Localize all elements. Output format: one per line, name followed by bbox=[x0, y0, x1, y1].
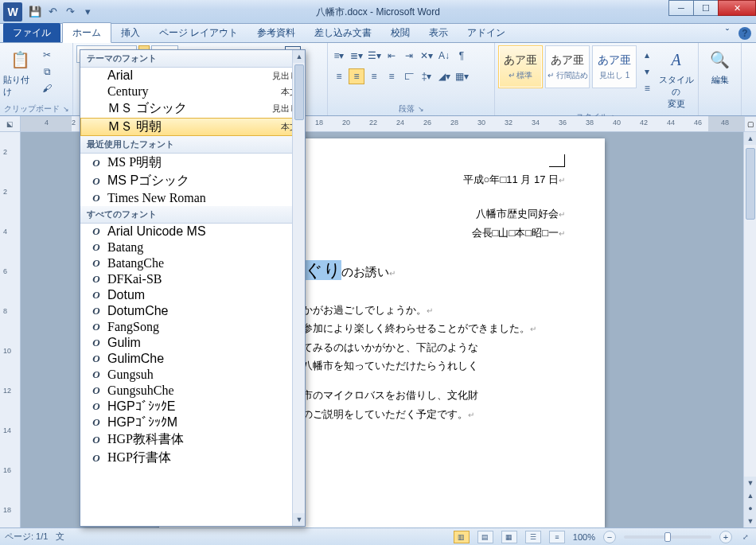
save-icon[interactable]: 💾 bbox=[27, 4, 43, 20]
numbering-icon[interactable]: ≣▾ bbox=[349, 48, 364, 64]
window-title: 八幡市.docx - Microsoft Word bbox=[0, 6, 756, 19]
tab-insert[interactable]: 挿入 bbox=[111, 23, 150, 42]
shading-icon[interactable]: ◢▾ bbox=[436, 68, 452, 84]
font-option[interactable]: OArial Unicode MS bbox=[80, 224, 305, 239]
multilevel-icon[interactable]: ☰▾ bbox=[366, 48, 382, 64]
tab-file[interactable]: ファイル bbox=[3, 23, 60, 42]
font-scroll-up-icon[interactable]: ▲ bbox=[293, 50, 306, 63]
font-option[interactable]: ＭＳ 明朝本文 bbox=[80, 118, 305, 136]
font-option[interactable]: OTimes New Roman bbox=[80, 190, 305, 206]
show-marks-icon[interactable]: ¶ bbox=[454, 48, 470, 64]
increase-indent-icon[interactable]: ⇥ bbox=[401, 48, 417, 64]
copy-icon[interactable]: ⧉ bbox=[39, 64, 55, 80]
tab-view[interactable]: 表示 bbox=[419, 23, 458, 42]
cut-icon[interactable]: ✂ bbox=[39, 47, 55, 63]
font-option[interactable]: ODotum bbox=[80, 287, 305, 303]
close-button[interactable]: ✕ bbox=[718, 0, 756, 16]
status-page[interactable]: ページ: 1/1 bbox=[5, 531, 48, 543]
font-option[interactable]: OFangSong bbox=[80, 319, 305, 335]
view-print-layout-icon[interactable]: ▥ bbox=[454, 531, 470, 543]
scroll-thumb[interactable] bbox=[746, 148, 755, 220]
font-option[interactable]: OMS P明朝 bbox=[80, 154, 305, 172]
paste-button[interactable]: 📋 貼り付け bbox=[3, 45, 37, 98]
ruler-corner[interactable]: ⬕ bbox=[0, 116, 21, 132]
decrease-indent-icon[interactable]: ⇤ bbox=[384, 48, 399, 64]
bullets-icon[interactable]: ≡▾ bbox=[331, 48, 347, 64]
scroll-down-icon[interactable]: ▼ bbox=[744, 477, 756, 489]
minimize-ribbon-icon[interactable]: ˇ bbox=[721, 27, 734, 40]
align-right-icon[interactable]: ≡ bbox=[366, 68, 382, 84]
zoom-knob[interactable] bbox=[664, 532, 671, 542]
sort-icon[interactable]: A↓ bbox=[436, 48, 452, 64]
font-scroll-down-icon[interactable]: ▼ bbox=[293, 513, 306, 526]
font-option[interactable]: OGungsuh bbox=[80, 367, 305, 383]
style-heading1[interactable]: あア亜 見出し 1 bbox=[592, 45, 637, 88]
styles-down-icon[interactable]: ▾ bbox=[639, 64, 655, 80]
view-fullscreen-icon[interactable]: ▤ bbox=[477, 531, 493, 543]
maximize-button[interactable]: ☐ bbox=[693, 0, 719, 16]
font-option[interactable]: OBatangChe bbox=[80, 255, 305, 271]
view-web-icon[interactable]: ▦ bbox=[501, 531, 517, 543]
font-option[interactable]: ＭＳ ゴシック見出し bbox=[80, 99, 305, 118]
font-option[interactable]: OHGP教科書体 bbox=[80, 430, 305, 449]
zoom-in-icon[interactable]: + bbox=[719, 531, 732, 543]
font-option[interactable]: OHGP行書体 bbox=[80, 449, 305, 467]
font-dropdown-scrollbar[interactable]: ▲ ▼ bbox=[292, 50, 305, 526]
zoom-fit-icon[interactable]: ⤢ bbox=[740, 531, 751, 543]
vertical-scrollbar[interactable]: ▢ ▲ ▼ ▲ ● ▼ bbox=[743, 132, 756, 527]
tab-page-layout[interactable]: ページ レイアウト bbox=[150, 23, 247, 42]
align-center-icon[interactable]: ≡ bbox=[349, 68, 364, 84]
style-normal[interactable]: あア亜 ↵ 標準 bbox=[498, 45, 543, 88]
undo-icon[interactable]: ↶ bbox=[45, 4, 60, 20]
font-option[interactable]: ODFKai-SB bbox=[80, 271, 305, 287]
asian-layout-icon[interactable]: ✕▾ bbox=[419, 48, 435, 64]
scroll-up-icon[interactable]: ▲ bbox=[744, 132, 756, 145]
browse-object-icon[interactable]: ● bbox=[744, 502, 756, 515]
font-option[interactable]: OMS Pゴシック bbox=[80, 172, 305, 190]
find-button[interactable]: 🔍 編集 bbox=[703, 45, 738, 86]
change-styles-button[interactable]: A スタイルの 変更 bbox=[657, 45, 695, 110]
zoom-level[interactable]: 100% bbox=[573, 532, 595, 542]
ruler-toggle-icon[interactable]: ▢ bbox=[744, 116, 756, 132]
tab-mailings[interactable]: 差し込み文書 bbox=[305, 23, 381, 42]
justify-icon[interactable]: ≡ bbox=[384, 68, 399, 84]
styles-up-icon[interactable]: ▴ bbox=[639, 47, 655, 63]
doc-org: 八幡市歴史同好会 bbox=[476, 208, 559, 220]
align-left-icon[interactable]: ≡ bbox=[331, 68, 347, 84]
status-wordcount[interactable]: 文 bbox=[56, 531, 64, 543]
vertical-ruler[interactable]: 224681012141618 bbox=[0, 132, 21, 527]
ruler-tick-label: 40 bbox=[613, 119, 621, 127]
font-option[interactable]: OBatang bbox=[80, 239, 305, 255]
font-option[interactable]: OGulimChe bbox=[80, 351, 305, 367]
style-no-spacing[interactable]: あア亜 ↵ 行間詰め bbox=[545, 45, 590, 88]
font-option[interactable]: OHGPｺﾞｼｯｸE bbox=[80, 399, 305, 415]
tab-review[interactable]: 校閲 bbox=[381, 23, 419, 42]
prev-page-icon[interactable]: ▲ bbox=[744, 489, 756, 502]
help-icon[interactable]: ? bbox=[738, 27, 751, 40]
line-spacing-icon[interactable]: ‡▾ bbox=[419, 68, 435, 84]
font-option[interactable]: Century本文 bbox=[80, 84, 305, 99]
tab-home[interactable]: ホーム bbox=[62, 22, 111, 43]
distribute-icon[interactable]: ⫍ bbox=[401, 68, 417, 84]
styles-more-icon[interactable]: ≡ bbox=[639, 80, 655, 96]
view-outline-icon[interactable]: ☰ bbox=[525, 531, 541, 543]
font-scroll-thumb[interactable] bbox=[294, 64, 304, 120]
zoom-out-icon[interactable]: − bbox=[603, 531, 616, 543]
clipboard-launcher-icon[interactable]: ↘ bbox=[63, 105, 69, 113]
font-option[interactable]: OGungsuhChe bbox=[80, 383, 305, 399]
paragraph-launcher-icon[interactable]: ↘ bbox=[418, 105, 424, 113]
next-page-icon[interactable]: ▼ bbox=[744, 515, 756, 527]
font-option[interactable]: OGulim bbox=[80, 335, 305, 351]
font-option[interactable]: Arial見出し bbox=[80, 68, 305, 84]
zoom-slider[interactable] bbox=[624, 535, 711, 539]
tab-references[interactable]: 参考資料 bbox=[247, 23, 305, 42]
view-draft-icon[interactable]: ≡ bbox=[549, 531, 565, 543]
font-option[interactable]: ODotumChe bbox=[80, 303, 305, 319]
minimize-button[interactable]: ─ bbox=[668, 0, 694, 16]
qat-more-icon[interactable]: ▾ bbox=[80, 4, 95, 20]
redo-icon[interactable]: ↷ bbox=[62, 4, 78, 20]
font-option[interactable]: OHGPｺﾞｼｯｸM bbox=[80, 415, 305, 430]
tab-addins[interactable]: アドイン bbox=[458, 23, 515, 42]
format-painter-icon[interactable]: 🖌 bbox=[39, 80, 55, 96]
borders-icon[interactable]: ▦▾ bbox=[454, 68, 470, 84]
